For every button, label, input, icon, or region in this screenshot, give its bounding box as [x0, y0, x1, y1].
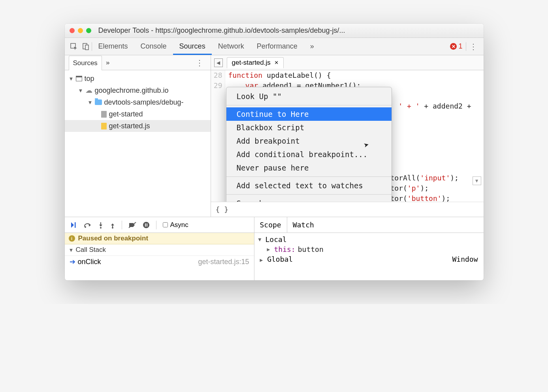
line-number: 28	[211, 70, 222, 81]
scope-local[interactable]: ▼ Local	[258, 234, 480, 244]
svg-rect-10	[147, 223, 147, 227]
async-label: Async	[170, 221, 188, 229]
tab-watch[interactable]: Watch	[287, 217, 320, 233]
menu-item-add-watch[interactable]: Add selected text to watches	[226, 179, 392, 192]
editor-tabbar: ◀ get-started.js ×	[211, 55, 484, 70]
editor-file-tab[interactable]: get-started.js ×	[227, 57, 284, 68]
collapse-navigator-icon[interactable]: ◀	[214, 58, 223, 67]
cloud-icon: ☁	[85, 86, 92, 95]
debugger-pane: Async i Paused on breakpoint ▼ Call Stac…	[65, 217, 254, 280]
menu-item-continue-here[interactable]: Continue to Here	[226, 107, 392, 121]
pause-exceptions-icon[interactable]	[143, 221, 150, 229]
step-into-icon[interactable]	[98, 221, 104, 229]
tree-label: get-started	[109, 110, 143, 118]
scope-global[interactable]: ▶ Global Window	[258, 254, 480, 264]
svg-point-6	[112, 227, 113, 229]
disclosure-triangle-icon[interactable]: ▼	[258, 236, 263, 242]
debugger-toolbar: Async	[65, 217, 254, 233]
menu-item-speech[interactable]: Speech▶	[226, 197, 392, 202]
window-controls	[70, 28, 91, 33]
document-icon	[101, 111, 107, 118]
tree-file-js[interactable]: get-started.js	[65, 120, 211, 132]
window-title: Developer Tools - https://googlechrome.g…	[98, 26, 479, 35]
separator	[156, 221, 156, 229]
disclosure-triangle-icon: ▼	[69, 247, 73, 253]
line-gutter: 28 29	[211, 70, 225, 202]
resume-icon[interactable]	[70, 221, 77, 229]
error-indicator[interactable]: ✕ 1	[450, 42, 462, 51]
devtools-toolbar: Elements Console Sources Network Perform…	[65, 38, 484, 55]
menu-item-never-pause[interactable]: Never pause here	[226, 161, 392, 174]
minimize-window-button[interactable]	[78, 28, 83, 33]
code-outline-bar[interactable]: { }	[211, 202, 484, 217]
navigator-tabs-overflow[interactable]: »	[102, 55, 113, 70]
svg-point-4	[85, 226, 86, 228]
disclosure-triangle-icon[interactable]: ▶	[260, 257, 263, 263]
close-tab-icon[interactable]: ×	[275, 59, 279, 67]
tree-label: googlechrome.github.io	[95, 86, 169, 95]
disclosure-triangle-icon[interactable]: ▶	[267, 246, 272, 252]
submenu-arrow-icon: ▶	[378, 200, 381, 202]
menu-item-lookup[interactable]: Look Up ""	[226, 90, 392, 103]
disclosure-triangle-icon[interactable]: ▼	[88, 99, 92, 105]
svg-point-5	[100, 227, 102, 229]
navigator-tab-sources[interactable]: Sources	[69, 56, 102, 70]
frame-location: get-started.js:15	[198, 258, 249, 266]
devtools-window: Developer Tools - https://googlechrome.g…	[65, 24, 484, 280]
menu-separator	[226, 176, 392, 177]
disclosure-triangle-icon[interactable]: ▼	[78, 88, 83, 94]
device-mode-icon[interactable]	[80, 41, 92, 53]
callstack-header[interactable]: ▼ Call Stack	[65, 244, 254, 256]
navigator-more-icon[interactable]: ⋮	[192, 58, 207, 68]
inspect-element-icon[interactable]	[68, 41, 80, 53]
paused-message: Paused on breakpoint	[78, 234, 149, 242]
step-out-icon[interactable]	[110, 221, 115, 229]
scroll-corner-icon[interactable]: ▼	[473, 176, 481, 185]
callstack-frame[interactable]: ➔onClick get-started.js:15	[65, 256, 254, 268]
tree-label: get-started.js	[109, 122, 150, 130]
paused-banner: i Paused on breakpoint	[65, 233, 254, 244]
tree-file-html[interactable]: get-started	[65, 108, 211, 120]
info-icon: i	[69, 235, 75, 242]
tab-elements[interactable]: Elements	[92, 38, 134, 55]
scope-pane: Scope Watch ▼ Local ▶ this: button ▶ Glo…	[254, 217, 484, 280]
separator	[122, 221, 122, 229]
svg-rect-3	[75, 222, 76, 228]
error-icon: ✕	[450, 43, 457, 50]
error-count: 1	[458, 42, 462, 51]
tabs-overflow[interactable]: »	[304, 38, 320, 55]
async-checkbox[interactable]: Async	[163, 221, 188, 229]
tree-label: top	[85, 75, 94, 83]
global-value: Window	[452, 255, 478, 263]
scope-body: ▼ Local ▶ this: button ▶ Global Window	[254, 233, 484, 280]
close-window-button[interactable]	[70, 28, 75, 33]
frame-icon	[76, 76, 82, 81]
context-menu: Look Up "" Continue to Here Blackbox Scr…	[226, 87, 392, 202]
more-options-icon[interactable]: ⋮	[466, 42, 480, 51]
deactivate-breakpoints-icon[interactable]	[128, 222, 136, 228]
code-editor[interactable]: 28 29 function updateLabel() { var adden…	[211, 70, 484, 202]
navigator-tabs: Sources » ⋮	[65, 55, 211, 70]
current-frame-arrow-icon: ➔	[70, 258, 75, 266]
tree-top-frame[interactable]: ▼ top	[65, 73, 211, 84]
tab-console[interactable]: Console	[134, 38, 173, 55]
disclosure-triangle-icon[interactable]: ▼	[69, 76, 73, 82]
tab-scope[interactable]: Scope	[254, 217, 287, 233]
tab-performance[interactable]: Performance	[250, 38, 304, 55]
async-checkbox-input[interactable]	[163, 222, 168, 227]
editor-pane: ◀ get-started.js × 28 29 function update…	[211, 55, 484, 217]
script-icon	[101, 123, 107, 129]
menu-separator	[226, 105, 392, 105]
tree-label: devtools-samples/debug-	[104, 98, 184, 107]
tab-network[interactable]: Network	[212, 38, 250, 55]
menu-item-blackbox[interactable]: Blackbox Script	[226, 121, 392, 134]
tree-folder[interactable]: ▼ devtools-samples/debug-	[65, 96, 211, 108]
step-over-icon[interactable]	[84, 222, 92, 228]
svg-rect-9	[145, 223, 146, 227]
line-number: 29	[211, 81, 222, 91]
navigator-pane: Sources » ⋮ ▼ top ▼ ☁ googlechrome.githu…	[65, 55, 211, 217]
maximize-window-button[interactable]	[86, 28, 91, 33]
scope-this[interactable]: ▶ this: button	[258, 244, 480, 254]
tab-sources[interactable]: Sources	[173, 38, 212, 55]
tree-domain[interactable]: ▼ ☁ googlechrome.github.io	[65, 84, 211, 96]
